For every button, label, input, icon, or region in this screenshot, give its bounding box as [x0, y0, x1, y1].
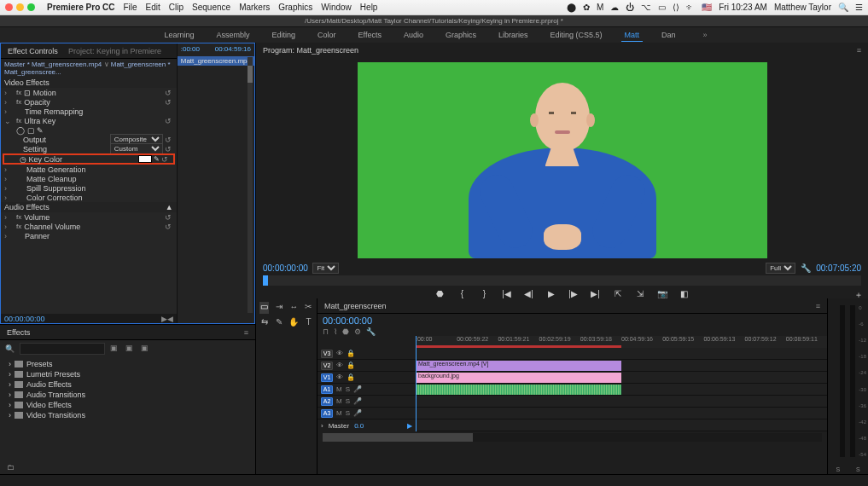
- wifi-icon[interactable]: ᯤ: [686, 3, 695, 12]
- voiceover-icon[interactable]: 🎤: [353, 385, 362, 393]
- slip-tool[interactable]: ⇆: [259, 317, 269, 329]
- solo-icon[interactable]: S: [346, 385, 350, 393]
- effect-motion[interactable]: Motion: [33, 89, 163, 97]
- track-target-a2[interactable]: A2: [321, 397, 333, 406]
- workspace-editing[interactable]: Editing: [269, 29, 300, 41]
- mute-icon[interactable]: M: [336, 385, 342, 393]
- track-lane-v1[interactable]: background.jpg: [416, 372, 827, 384]
- comparison-view-button[interactable]: ◧: [679, 289, 690, 298]
- linked-selection-icon[interactable]: ⌇: [334, 327, 337, 336]
- mark-in-button[interactable]: {: [457, 289, 469, 298]
- bin-presets[interactable]: ›Presets: [0, 359, 255, 369]
- mark-out-button[interactable]: }: [479, 289, 491, 298]
- type-tool[interactable]: T: [304, 317, 313, 329]
- program-tab[interactable]: Program: Matt_greenscreen: [263, 46, 358, 55]
- workspace-graphics[interactable]: Graphics: [442, 29, 480, 41]
- solo-toggle[interactable]: S: [856, 466, 860, 472]
- pen-tool[interactable]: ✎: [274, 317, 283, 329]
- menu-markers[interactable]: Markers: [239, 3, 270, 12]
- menu-file[interactable]: File: [123, 3, 137, 12]
- toggle-output-icon[interactable]: 👁: [336, 362, 343, 369]
- effect-volume[interactable]: Volume: [24, 213, 163, 222]
- bin-audio-effects[interactable]: ›Audio Effects: [0, 379, 255, 390]
- playhead[interactable]: [416, 336, 417, 348]
- workspace-color[interactable]: Color: [314, 29, 340, 41]
- program-scrubber[interactable]: [263, 275, 861, 286]
- clip-audio[interactable]: [416, 385, 621, 395]
- toggle-output-icon[interactable]: 👁: [336, 373, 343, 381]
- solo-icon[interactable]: S: [346, 397, 350, 405]
- track-lane-a3[interactable]: [416, 408, 827, 419]
- effect-channel-volume[interactable]: Channel Volume: [24, 223, 163, 231]
- go-to-in-button[interactable]: |◀: [501, 289, 513, 298]
- preset-badge-icon[interactable]: ▣: [110, 344, 120, 354]
- marker-icon[interactable]: ⬣: [342, 327, 349, 336]
- effects-search-input[interactable]: [20, 343, 105, 355]
- wrench-icon[interactable]: 🔧: [801, 263, 811, 273]
- track-target-v2[interactable]: V2: [321, 362, 333, 370]
- menu-sequence[interactable]: Sequence: [192, 3, 230, 12]
- track-lane-master[interactable]: [416, 419, 827, 431]
- mute-icon[interactable]: M: [336, 397, 342, 405]
- new-bin-icon[interactable]: 🗀: [7, 463, 15, 472]
- preset-badge-icon[interactable]: ▣: [125, 344, 136, 354]
- scrollbar-thumb[interactable]: [248, 66, 253, 83]
- track-target-a3[interactable]: A3: [321, 409, 333, 418]
- track-target-a1[interactable]: A1: [321, 385, 333, 394]
- track-target-v3[interactable]: V3: [321, 350, 333, 358]
- notifications-icon[interactable]: ☰: [855, 3, 863, 12]
- user-name[interactable]: Matthew Taylor: [774, 3, 831, 12]
- master-clip-label[interactable]: Master * Matt_greenscreen.mp4: [4, 61, 102, 68]
- razor-tool[interactable]: ✂: [304, 302, 313, 314]
- lift-button[interactable]: ⇱: [612, 289, 624, 298]
- timeline-tc[interactable]: 00:00:00:00: [323, 315, 372, 326]
- track-lane-v2[interactable]: Matt_greenscreen.mp4 [V]: [416, 360, 827, 372]
- tab-effect-controls[interactable]: Effect Controls: [8, 47, 58, 55]
- lock-icon[interactable]: 🔒: [347, 373, 355, 381]
- source-clip-chip[interactable]: Matt_greenscreen.mp4: [178, 56, 254, 66]
- timeline-zoom-scroll[interactable]: [323, 433, 822, 442]
- wrench-icon[interactable]: 🔧: [366, 327, 376, 336]
- clip-video[interactable]: Matt_greenscreen.mp4 [V]: [416, 361, 621, 371]
- export-frame-button[interactable]: 📷: [656, 289, 668, 298]
- tab-project[interactable]: Project: Keying in Premiere: [68, 47, 161, 55]
- menu-clip[interactable]: Clip: [169, 3, 184, 12]
- extract-button[interactable]: ⇲: [634, 289, 646, 298]
- bin-audio-transitions[interactable]: ›Audio Transitions: [0, 390, 255, 400]
- reset-icon[interactable]: ↺: [163, 89, 173, 97]
- workspace-effects[interactable]: Effects: [355, 29, 385, 41]
- param-color-correction[interactable]: Color Correction: [26, 194, 173, 202]
- fit-select[interactable]: Fit: [312, 263, 339, 274]
- go-to-out-button[interactable]: ▶|: [590, 289, 602, 298]
- hand-tool[interactable]: ✋: [288, 317, 299, 329]
- track-lane-a1[interactable]: [416, 384, 827, 396]
- clip-background[interactable]: background.jpg: [416, 373, 621, 383]
- bin-video-effects[interactable]: ›Video Effects: [0, 400, 255, 410]
- track-lane-a2[interactable]: [416, 396, 827, 408]
- keyframe-stopwatch-icon[interactable]: ◷: [20, 155, 26, 164]
- zoom-select[interactable]: Full: [766, 263, 795, 274]
- clock[interactable]: Fri 10:23 AM: [719, 3, 767, 12]
- workspace-learning[interactable]: Learning: [160, 29, 197, 41]
- workspace-assembly[interactable]: Assembly: [213, 29, 253, 41]
- param-spill-suppression[interactable]: Spill Suppression: [26, 184, 173, 193]
- param-matte-cleanup[interactable]: Matte Cleanup: [26, 175, 173, 183]
- out-marker-icon[interactable]: ▶: [407, 422, 412, 430]
- master-volume[interactable]: 0.0: [354, 422, 364, 430]
- snap-icon[interactable]: ⊓: [323, 327, 329, 336]
- tab-effects[interactable]: Effects: [7, 328, 30, 337]
- search-icon[interactable]: 🔍: [838, 3, 848, 12]
- voiceover-icon[interactable]: 🎤: [353, 397, 362, 405]
- eyedropper-icon[interactable]: ✎: [154, 155, 160, 163]
- param-matte-generation[interactable]: Matte Generation: [26, 165, 173, 174]
- effect-panner[interactable]: Panner: [25, 232, 173, 240]
- playhead-sync-icon[interactable]: ▶◀: [161, 315, 173, 323]
- program-tc-right[interactable]: 00:07:05:20: [816, 263, 861, 273]
- timeline-ruler[interactable]: :00:00 00:00:59:22 00:01:59:21 00:02:59:…: [416, 336, 827, 348]
- preset-badge-icon[interactable]: ▣: [141, 344, 151, 354]
- effect-time-remapping[interactable]: Time Remapping: [25, 107, 173, 116]
- lock-icon[interactable]: 🔒: [347, 362, 355, 369]
- effect-ultra-key[interactable]: Ultra Key: [24, 117, 163, 125]
- reset-icon[interactable]: ↺: [163, 223, 173, 231]
- panel-menu-icon[interactable]: ≡: [857, 46, 861, 55]
